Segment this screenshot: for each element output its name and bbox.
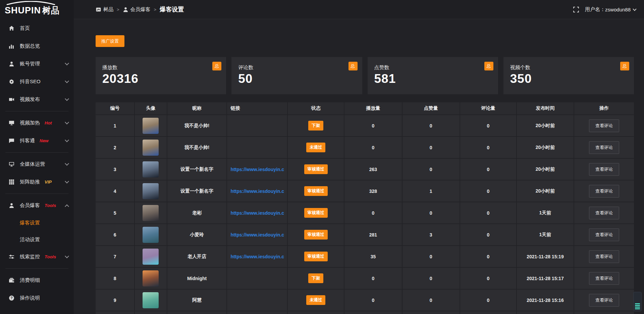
view-comments-button[interactable]: 查看评论 [589,272,619,285]
sidebar-item-operation-guide[interactable]: ?操作说明 [0,289,74,307]
sidebar-divider [5,268,68,269]
cell-likes: 0 [402,246,460,267]
view-comments-button[interactable]: 查看评论 [589,250,619,263]
sidebar-item-consumption-detail[interactable]: 消费明细 [0,271,74,289]
widget-stripe [635,305,640,306]
video-link[interactable]: https://www.iesdouyin.c [230,189,284,194]
cell-status: 审核通过 [288,246,344,267]
view-comments-button[interactable]: 查看评论 [589,207,619,219]
view-comments-button[interactable]: 查看评论 [589,119,619,132]
stat-card-value: 350 [510,72,627,86]
user-menu[interactable]: 用户名：zswodun88 [585,6,636,13]
avatar [143,205,159,221]
view-comments-button[interactable]: 查看评论 [589,185,619,198]
sidebar-item-douketong[interactable]: 抖客通New [0,132,74,150]
stat-card-label: 播放数 [102,64,219,71]
sidebar-item-label: 抖音SEO [20,78,41,85]
column-header-likes: 点赞量 [402,102,460,114]
cell-plays: 0 [344,268,401,289]
table-row: 9阿慧未通过0002021-11-28 15:16查看评论 [96,290,634,311]
cell-action: 查看评论 [574,115,634,136]
user-icon [9,203,14,208]
cell-link: https://www.iesdouyin.c [227,246,287,267]
sidebar-item-account-management[interactable]: 账号管理 [0,55,74,73]
avatar [143,292,159,308]
sidebar-item-video-publish[interactable]: 视频发布 [0,91,74,108]
sidebar-item-data-overview[interactable]: 数据总览 [0,37,74,55]
column-header-publish_time: 发布时间 [517,102,574,114]
cell-comments: 0 [460,202,516,223]
cell-comments: 0 [460,268,516,289]
person-icon [123,7,128,12]
topbar-right: 用户名：zswodun88 [573,6,636,13]
sidebar-item-label: 操作说明 [20,295,40,301]
sidebar-subitem-label: 爆客设置 [20,220,40,226]
cell-nickname: 老彬 [167,202,227,223]
breadcrumb-item-1[interactable]: 会员爆客 [123,6,151,13]
cell-nickname: 我不是小帅! [167,137,227,158]
logo-suffix: 树品 [42,5,60,15]
sidebar: SHUPIN树品 首页数据总览账号管理抖音SEO视频发布视频加热Hot抖客通Ne… [0,0,74,314]
status-badge: 审核通过 [304,164,328,174]
table-row: 2我不是小帅!未通过00020小时前查看评论 [96,137,634,158]
widget-stripe [635,303,640,304]
cell-publish_time: 20小时前 [517,137,574,158]
table-body: 1我不是小帅!下架00020小时前查看评论2我不是小帅!未通过00020小时前查… [96,115,634,314]
sidebar-item-douyin-seo[interactable]: 抖音SEO [0,73,74,91]
cell-link [227,311,287,314]
cell-likes [402,311,460,314]
chevron-down-icon [633,7,636,11]
widget-stripe [635,308,640,309]
sidebar-subitem-activity-settings[interactable]: 活动设置 [0,231,74,248]
avatar [143,270,159,286]
video-link[interactable]: https://www.iesdouyin.c [230,232,284,238]
view-comments-button[interactable]: 查看评论 [589,163,619,176]
sidebar-item-matrix-boost[interactable]: 矩阵助推VIP [0,173,74,191]
cell-likes: 0 [402,268,460,289]
cell-nickname: 我不是小帅! [167,115,227,136]
table-row: 3设置一个新名字https://www.iesdouyin.c审核通过26300… [96,159,634,180]
video-link[interactable]: https://www.iesdouyin.c [230,254,284,259]
sidebar-item-video-heating[interactable]: 视频加热Hot [0,114,74,132]
breadcrumb-item-0[interactable]: 树品 [96,6,113,13]
sidebar-item-clue-monitor[interactable]: 线索监控Tools [0,248,74,266]
cell-comments: 0 [460,246,516,267]
view-comments-button[interactable]: 查看评论 [589,141,619,154]
stat-card-label: 评论数 [238,64,355,71]
app-icon [96,7,101,12]
fullscreen-icon[interactable] [573,7,579,12]
table-row: 8Midnight下架0002021-11-28 15:17查看评论 [96,268,634,289]
cell-action [574,311,634,314]
floating-widget[interactable] [633,292,642,311]
table-row: 4设置一个新名字https://www.iesdouyin.c审核通过32810… [96,180,634,202]
cell-status: 下架 [288,268,344,289]
sidebar-item-label: 账号管理 [20,61,40,67]
sidebar-subitem-baoke-settings[interactable]: 爆客设置 [0,214,74,231]
promo-settings-button[interactable]: 推广设置 [96,35,124,47]
table-header-row: 编号头像昵称链接状态播放量点赞量评论量发布时间操作 [96,102,634,114]
status-badge: 下架 [308,273,323,283]
sidebar-item-tag: VIP [45,179,52,185]
column-header-link: 链接 [227,102,287,114]
sidebar-item-omni-media-operation[interactable]: 全媒体运营 [0,155,74,173]
cell-likes: 1 [402,180,460,202]
avatar [143,161,159,177]
sidebar-divider [5,152,68,153]
table-row [96,311,634,314]
stat-card: 播放数 20316 总 [96,57,226,94]
cell-likes: 0 [402,290,460,311]
chart-icon [9,43,14,49]
column-header-nickname: 昵称 [167,102,227,114]
status-badge: 审核通过 [304,252,328,261]
sidebar-item-home[interactable]: 首页 [0,19,74,37]
view-comments-button[interactable]: 查看评论 [589,294,619,307]
video-link[interactable]: https://www.iesdouyin.c [230,167,284,172]
breadcrumb: 树品>会员爆客>爆客设置 [96,5,184,13]
sliders-icon [9,254,14,260]
view-comments-button[interactable]: 查看评论 [589,228,619,241]
chevron-down-icon [65,161,69,166]
sidebar-item-member-baoke[interactable]: 会员爆客Tools [0,197,74,214]
cell-nickname: 设置一个新名字 [167,159,227,180]
cell-id: 3 [96,159,134,180]
video-link[interactable]: https://www.iesdouyin.c [230,210,284,216]
